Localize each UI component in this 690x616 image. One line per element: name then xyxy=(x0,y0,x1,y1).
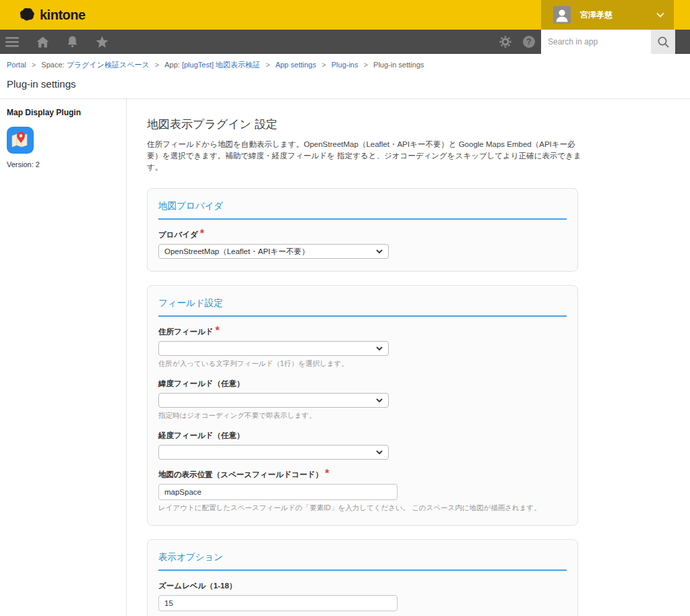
chevron-down-icon xyxy=(656,12,664,18)
field-help: 指定時はジオコーディング不要で即表示します。 xyxy=(158,411,567,421)
breadcrumb-current: Plug-in settings xyxy=(373,61,424,69)
app-header: kintone 宮澤孝慈 xyxy=(0,0,690,30)
select-chevron-icon xyxy=(376,398,383,402)
breadcrumb-link-space[interactable]: プラグイン検証スペース xyxy=(67,61,150,69)
breadcrumb-separator: > xyxy=(321,61,325,69)
breadcrumb-link-app[interactable]: [plugTest] 地図表示検証 xyxy=(182,61,260,69)
required-mark: * xyxy=(325,468,329,479)
provider-select[interactable]: OpenStreetMap（Leaflet・APIキー不要） xyxy=(158,244,389,259)
breadcrumb-prefix-app: App: xyxy=(164,61,182,69)
toolbar: ? xyxy=(0,30,690,54)
breadcrumb-prefix-space: Space: xyxy=(41,61,66,69)
field-label: プロバイダ xyxy=(158,230,198,239)
section-map-provider: 地図プロバイダ プロバイダ* OpenStreetMap（Leaflet・API… xyxy=(147,188,578,272)
user-menu[interactable]: 宮澤孝慈 xyxy=(541,0,674,30)
page-title: Plug-in settings xyxy=(7,78,683,90)
map-pin-plugin-icon xyxy=(7,127,34,154)
notifications-bell-icon[interactable] xyxy=(67,36,78,48)
required-mark: * xyxy=(216,325,220,336)
breadcrumb-separator: > xyxy=(364,61,368,69)
plugin-name: Map Display Plugin xyxy=(7,108,119,117)
kintone-logo[interactable]: kintone xyxy=(19,7,86,23)
section-field-settings: フィールド設定 住所フィールド* 住所が入っている文字列フィールド（1行）を選択… xyxy=(147,285,578,526)
breadcrumb-link-portal[interactable]: Portal xyxy=(7,61,26,69)
plugin-settings-form: 地図表示プラグイン 設定 住所フィールドから地図を自動表示します。OpenStr… xyxy=(127,99,582,616)
gear-icon[interactable] xyxy=(499,36,511,48)
search-button[interactable] xyxy=(651,30,675,54)
field-latitude: 緯度フィールド（任意） 指定時はジオコーディング不要で即表示します。 xyxy=(158,377,567,421)
plugin-version: Version: 2 xyxy=(7,160,119,168)
user-avatar xyxy=(553,6,571,24)
address-field-select[interactable] xyxy=(158,341,389,356)
help-icon[interactable]: ? xyxy=(523,36,535,48)
select-chevron-icon xyxy=(376,450,383,454)
plugin-sidebar: Map Display Plugin Version: 2 xyxy=(0,99,127,616)
field-label: 地図の表示位置（スペースフィールドコード） xyxy=(158,470,323,479)
user-name: 宮澤孝慈 xyxy=(580,9,613,21)
field-zoom-level: ズームレベル（1-18） xyxy=(158,579,567,611)
field-label: 住所フィールド xyxy=(158,328,214,336)
select-chevron-icon xyxy=(376,249,383,253)
kintone-logo-icon xyxy=(19,7,36,23)
section-title: 地図プロバイダ xyxy=(158,195,567,220)
search-icon xyxy=(657,36,670,49)
favorites-star-icon[interactable] xyxy=(96,36,108,48)
field-longitude: 経度フィールド（任意） xyxy=(158,429,567,460)
section-title: 表示オプション xyxy=(158,547,567,571)
field-label: 経度フィールド（任意） xyxy=(158,431,245,439)
breadcrumb-separator: > xyxy=(155,61,159,69)
home-icon[interactable] xyxy=(36,36,49,48)
required-mark: * xyxy=(200,228,204,239)
zoom-level-input[interactable] xyxy=(158,595,398,611)
field-address: 住所フィールド* 住所が入っている文字列フィールド（1行）を選択します。 xyxy=(158,325,567,369)
breadcrumb-separator: > xyxy=(265,61,270,69)
field-label: 緯度フィールド（任意） xyxy=(158,379,245,388)
field-label: ズームレベル（1-18） xyxy=(158,582,237,590)
breadcrumb: Portal > Space: プラグイン検証スペース > App: [plug… xyxy=(0,54,690,70)
section-display-options: 表示オプション ズームレベル（1-18） 地図の高さ（px） xyxy=(147,539,578,616)
section-title: フィールド設定 xyxy=(158,292,567,317)
longitude-field-select[interactable] xyxy=(158,445,389,460)
field-help: レイアウトに配置したスペースフィールドの「要素ID」を入力してください。 このス… xyxy=(158,503,567,513)
field-provider: プロバイダ* OpenStreetMap（Leaflet・APIキー不要） xyxy=(158,228,567,259)
latitude-field-select[interactable] xyxy=(158,393,389,408)
search-input[interactable] xyxy=(541,30,651,54)
logo-text: kintone xyxy=(40,7,86,23)
map-space-input[interactable] xyxy=(158,484,398,500)
hamburger-menu-icon[interactable] xyxy=(5,37,19,47)
breadcrumb-separator: > xyxy=(32,61,36,69)
field-help: 住所が入っている文字列フィールド（1行）を選択します。 xyxy=(158,359,567,369)
field-map-space: 地図の表示位置（スペースフィールドコード）* レイアウトに配置したスペースフィー… xyxy=(158,468,567,513)
breadcrumb-link-app-settings[interactable]: App settings xyxy=(276,61,317,69)
plugin-settings-title: 地図表示プラグイン 設定 xyxy=(147,117,582,132)
plugin-settings-description: 住所フィールドから地図を自動表示します。OpenStreetMap（Leafle… xyxy=(147,139,582,173)
breadcrumb-link-plugins[interactable]: Plug-ins xyxy=(332,61,358,69)
select-chevron-icon xyxy=(376,346,383,350)
content: Map Display Plugin Version: 2 地図表示プラグイン … xyxy=(0,99,690,616)
provider-select-value: OpenStreetMap（Leaflet・APIキー不要） xyxy=(164,247,309,257)
